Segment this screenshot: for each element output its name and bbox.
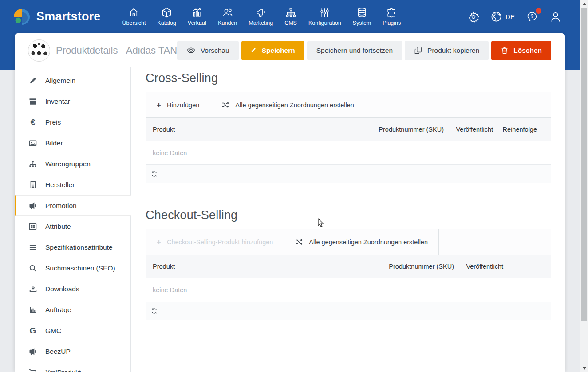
sidebar-item-spezifikationsattribute[interactable]: Spezifikationsattribute: [15, 237, 130, 258]
sidebar-item-hersteller[interactable]: Hersteller: [15, 174, 130, 195]
nav-item-kunden[interactable]: Kunden: [212, 6, 243, 26]
page-header: Produktdetails - Adidas TAN... Vorschau …: [15, 33, 565, 67]
sidebar-item-auftraege[interactable]: Aufträge: [15, 299, 130, 320]
eye-icon: [186, 46, 196, 55]
checkout-selling-mutual-button[interactable]: Alle gegenseitigen Zuordnungen erstellen: [284, 229, 439, 255]
help-chat-icon[interactable]: ?: [526, 11, 538, 23]
sidebar-item-inventar[interactable]: Inventar: [15, 91, 130, 112]
preview-button[interactable]: Vorschau: [177, 41, 239, 60]
save-button[interactable]: ✓ Speichern: [241, 41, 304, 60]
megaphone-icon: [28, 201, 38, 210]
column-produkt: Produkt: [153, 126, 371, 133]
copy-product-button[interactable]: Produkt kopieren: [405, 41, 489, 60]
scroll-up-arrow[interactable]: [580, 0, 588, 8]
nav-item-konfiguration[interactable]: Konfiguration: [303, 6, 347, 26]
product-tabs-sidebar: Allgemein Inventar € Preis: [15, 67, 131, 372]
cube-icon: [161, 6, 172, 18]
trash-icon: [501, 47, 509, 55]
nav-item-plugins[interactable]: Plugins: [377, 6, 406, 26]
scroll-down-arrow[interactable]: [580, 364, 588, 372]
main-menu: Übersicht Katalog Verkauf: [117, 6, 407, 30]
topbar-right: DE ?: [468, 11, 580, 23]
scrollbar-thumb[interactable]: [581, 8, 587, 321]
nav-item-cms[interactable]: CMS: [279, 6, 303, 26]
cross-selling-footer: [146, 165, 551, 183]
vertical-scrollbar[interactable]: [580, 0, 588, 372]
checkout-selling-header-row: Produkt Produktnummer (SKU) Veröffentlic…: [146, 255, 551, 278]
building-icon: [28, 180, 38, 189]
refresh-icon[interactable]: [146, 165, 162, 183]
column-reihenfolge: Reihenfolge: [500, 126, 537, 133]
sidebar-item-warengruppen[interactable]: Warengruppen: [15, 153, 130, 174]
sidebar-item-preis[interactable]: € Preis: [15, 112, 130, 133]
megaphone-icon: [28, 347, 38, 356]
checkout-selling-toolbar: + Checkout-Selling-Produkt hinzufügen Al…: [146, 229, 551, 255]
cross-selling-grid: + Hinzufügen Alle gegenseitigen Zuordnun…: [146, 92, 551, 183]
settings-gear-icon[interactable]: [468, 11, 479, 23]
people-icon: [222, 6, 233, 18]
sidebar-item-allgemein[interactable]: Allgemein: [15, 70, 130, 91]
globe-icon: [490, 11, 502, 23]
archive-box-icon: [28, 97, 38, 106]
main-content: Cross-Selling + Hinzufügen: [131, 67, 565, 372]
sidebar-item-xmlprodukt[interactable]: XmlProdukt: [15, 362, 130, 372]
question-glyph: ?: [531, 13, 534, 19]
content-card: Produktdetails - Adidas TAN... Vorschau …: [15, 33, 565, 372]
image-icon: [28, 139, 38, 148]
cart-icon: [28, 368, 38, 372]
column-veroeffentlicht: Veröffentlicht: [450, 126, 493, 133]
bar-chart-icon: [28, 305, 38, 314]
shuffle-icon: [295, 238, 303, 246]
nav-item-verkauf[interactable]: Verkauf: [182, 6, 212, 26]
cross-selling-add-button[interactable]: + Hinzufügen: [146, 92, 210, 117]
nav-item-system[interactable]: System: [347, 6, 377, 26]
cross-selling-title: Cross-Selling: [146, 71, 551, 85]
euro-icon: €: [28, 118, 38, 126]
sidebar-item-gmc[interactable]: G GMC: [15, 320, 130, 341]
save-continue-button[interactable]: Speichern und fortsetzen: [307, 41, 402, 60]
cross-selling-empty-row: keine Daten: [146, 141, 551, 165]
sidebar-item-bilder[interactable]: Bilder: [15, 133, 130, 153]
page-title: Produktdetails - Adidas TAN...: [56, 45, 177, 56]
mouse-cursor: [318, 218, 325, 228]
checkout-selling-title: Checkout-Selling: [146, 208, 551, 222]
delete-button[interactable]: Löschen: [491, 41, 551, 60]
brand-logo[interactable]: Smartstore: [12, 8, 101, 26]
sidebar-item-promotion[interactable]: Promotion: [15, 195, 131, 216]
lines-icon: [28, 243, 38, 252]
plus-icon: +: [157, 238, 161, 246]
download-icon: [28, 285, 38, 293]
column-veroeffentlicht: Veröffentlicht: [461, 263, 503, 270]
nav-item-marketing[interactable]: Marketing: [243, 6, 279, 26]
checkout-selling-footer: [146, 302, 551, 320]
database-icon: [356, 6, 367, 18]
search-icon: [28, 264, 38, 273]
refresh-icon[interactable]: [146, 302, 162, 320]
plus-icon: +: [157, 101, 161, 109]
sidebar-item-downloads[interactable]: Downloads: [15, 278, 130, 299]
sliders-icon: [319, 6, 330, 18]
cross-selling-toolbar: + Hinzufügen Alle gegenseitigen Zuordnun…: [146, 92, 551, 118]
sidebar-item-suchmaschinen-seo[interactable]: Suchmaschinen (SEO): [15, 258, 130, 278]
language-code: DE: [505, 13, 515, 20]
copy-icon: [414, 46, 422, 55]
megaphone-icon: [255, 6, 267, 18]
pencil-icon: [28, 76, 38, 85]
column-sku: Produktnummer (SKU): [377, 126, 444, 133]
user-account-icon[interactable]: [549, 11, 562, 23]
nav-item-katalog[interactable]: Katalog: [151, 6, 182, 26]
sidebar-item-attribute[interactable]: Attribute: [15, 216, 130, 237]
shuffle-icon: [221, 101, 229, 109]
language-switcher[interactable]: DE: [490, 11, 515, 23]
sidebar-item-beezup[interactable]: BeezUP: [15, 341, 130, 362]
cross-selling-mutual-button[interactable]: Alle gegenseitigen Zuordnungen erstellen: [210, 92, 365, 117]
product-image-avatar: [28, 39, 50, 62]
brand-name: Smartstore: [36, 10, 101, 23]
notification-dot: [536, 8, 541, 14]
check-icon: ✓: [251, 46, 257, 55]
nav-item-uebersicht[interactable]: Übersicht: [117, 6, 152, 26]
google-g-icon: G: [28, 326, 38, 335]
smartstore-logo-icon: [12, 8, 31, 26]
checkout-selling-add-button: + Checkout-Selling-Produkt hinzufügen: [146, 229, 284, 255]
cross-selling-header-row: Produkt Produktnummer (SKU) Veröffentlic…: [146, 118, 551, 141]
